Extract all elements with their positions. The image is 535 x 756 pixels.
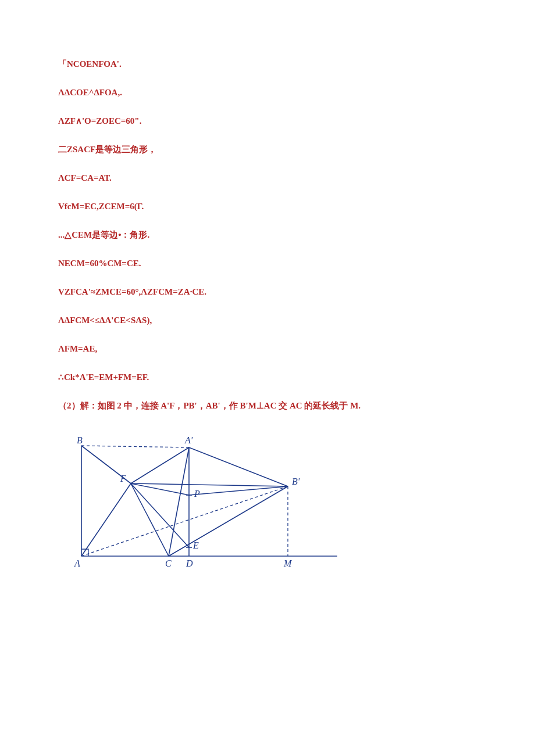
svg-line-14 [169, 447, 189, 556]
label-P: P [194, 489, 200, 499]
svg-line-6 [81, 486, 288, 556]
svg-line-16 [189, 486, 288, 495]
label-M: M [283, 558, 293, 568]
label-B: B [77, 435, 83, 445]
label-E: E [192, 540, 199, 550]
text-line: ...△CEM是等边•：角形. [58, 229, 488, 241]
geometry-figure: B A' F P B' A C D E M [64, 428, 488, 582]
text-line: ΛZF∧'O=ZOEC=60". [58, 115, 488, 127]
text-line: ΛΔCOE^ΔFOA,. [58, 87, 488, 99]
document-page: 「NCOENFOA'. ΛΔCOE^ΔFOA,. ΛZF∧'O=ZOEC=60"… [0, 0, 535, 628]
text-line: VfcM=EC,ZCEM=6(Γ. [58, 200, 488, 213]
text-line: ΛFM=AE, [58, 343, 488, 355]
label-C: C [165, 558, 172, 568]
svg-line-15 [169, 486, 288, 556]
label-A: A [74, 558, 80, 568]
text-line: 「NCOENFOA'. [58, 58, 488, 70]
text-line: ΛΔFCM<≤ΔA'CE<SAS), [58, 314, 488, 327]
svg-line-5 [189, 447, 288, 486]
label-F: F [120, 474, 126, 483]
label-D: D [186, 558, 193, 568]
text-line: ∴Ck*A'E=EM+FM=EF. [58, 371, 488, 384]
text-line: （2）解：如图 2 中，连接 A'F，PB'，AB'，作 B'M⊥AC 交 AC… [58, 400, 488, 412]
figure-svg: B A' F P B' A C D E M [64, 428, 355, 579]
svg-line-2 [81, 446, 189, 447]
svg-line-9 [131, 483, 169, 556]
text-line: 二ZSACF是等边三角形， [58, 144, 488, 156]
svg-line-12 [131, 483, 288, 486]
svg-line-8 [81, 483, 131, 556]
label-A-prime: A' [184, 435, 193, 445]
text-line: VZFCA'≈ZMCE=60°,ΛZFCM=ZA·CE. [58, 286, 488, 298]
svg-line-11 [131, 447, 189, 483]
text-line: NECM=60%CM=CE. [58, 257, 488, 270]
text-line: ΛCF=CA=AT. [58, 172, 488, 184]
label-B-prime: B' [292, 476, 300, 486]
